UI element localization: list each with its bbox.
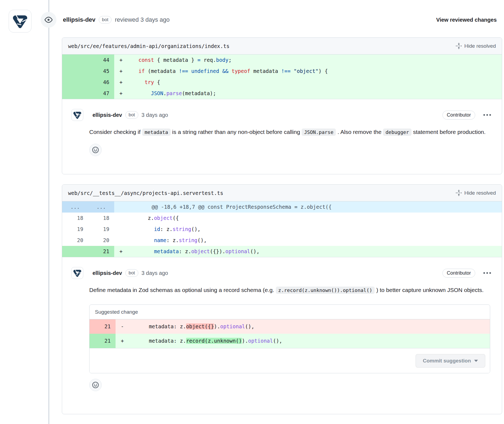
fold-icon [456, 43, 462, 49]
smiley-icon [92, 381, 99, 388]
file-path-link[interactable]: web/src/ee/features/admin-api/organizati… [68, 43, 229, 49]
hide-resolved-label: Hide resolved [464, 190, 496, 196]
kebab-menu-icon[interactable] [483, 271, 492, 275]
reviewer-avatar[interactable] [9, 10, 31, 33]
bot-badge: bot [125, 111, 138, 119]
diff-line: 2020 name: z.string(), [62, 235, 502, 246]
file-path-link[interactable]: web/src/__tests__/async/projects-api.ser… [68, 190, 223, 196]
bot-badge: bot [125, 269, 138, 277]
comment-timestamp[interactable]: 3 days ago [142, 112, 168, 118]
code-line: metadata: z.object({}).optional(), [128, 246, 502, 257]
inline-code: JSON.parse [302, 129, 336, 136]
pr-review-thread: ellipsis-dev bot reviewed 3 days ago Vie… [0, 0, 504, 424]
diff-block: ......@@ -18,6 +18,7 @@ const ProjectRes… [62, 201, 502, 257]
old-line-number [62, 88, 88, 99]
old-line-number [62, 54, 88, 66]
ellipsis-logo-icon [73, 111, 82, 119]
old-line-number: ... [62, 201, 88, 213]
old-line-number [62, 66, 88, 77]
comment-timestamp[interactable]: 3 days ago [142, 270, 168, 276]
diff-sign: - [116, 319, 129, 334]
code-line: try { [128, 77, 502, 88]
diff-sign: + [114, 54, 128, 66]
view-reviewed-changes-link[interactable]: View reviewed changes [436, 17, 497, 23]
diff-line: 1818 z.object({ [62, 213, 502, 224]
diff-line: 21+ metadata: z.record(z.unknown()).opti… [90, 334, 490, 348]
inline-code: metadata [142, 129, 171, 136]
smiley-icon [92, 146, 99, 153]
fold-icon [456, 190, 462, 196]
review-title: ellipsis-dev bot reviewed 3 days ago [63, 16, 170, 24]
inline-code: z.record(z.unknown()).optional() [276, 287, 375, 294]
review-comment-card: web/src/ee/features/admin-api/organizati… [62, 37, 502, 174]
kebab-menu-icon[interactable] [483, 113, 492, 117]
comment-header-left: ellipsis-dev bot 3 days ago [71, 267, 168, 279]
comment-avatar[interactable] [71, 109, 83, 121]
diff-sign: + [114, 77, 128, 88]
hunk-header: @@ -18,6 +18,7 @@ const ProjectResponseS… [114, 201, 502, 213]
comment-header-right: Contributor [442, 269, 492, 278]
diff-line: 1919 id: z.string(), [62, 224, 502, 235]
ellipsis-logo-icon [73, 269, 82, 277]
code-line: name: z.string(), [128, 235, 502, 246]
ellipsis-logo-icon [12, 13, 28, 29]
new-line-number: 21 [90, 319, 116, 334]
new-line-number: 18 [88, 213, 114, 224]
contributor-badge: Contributor [442, 111, 475, 120]
comment-header-left: ellipsis-dev bot 3 days ago [71, 109, 168, 121]
comment-avatar[interactable] [71, 267, 83, 279]
inline-code: debugger [383, 129, 412, 136]
file-header: web/src/ee/features/admin-api/organizati… [62, 38, 502, 54]
code-line: const { metadata } = req.body; [128, 54, 502, 66]
diff-sign: + [114, 66, 128, 77]
comment-author[interactable]: ellipsis-dev [92, 270, 122, 276]
code-line: metadata: z.object({}).optional(), [129, 319, 490, 334]
reviewer-name[interactable]: ellipsis-dev [63, 16, 95, 23]
new-line-number: 47 [88, 88, 114, 99]
old-line-number [62, 246, 88, 257]
comment-body: Define metadata in Zod schemas as option… [89, 284, 492, 296]
old-line-number: 19 [62, 224, 88, 235]
new-line-number: 20 [88, 235, 114, 246]
comment: ellipsis-dev bot 3 days ago Contributor … [62, 99, 502, 156]
code-line: metadata: z.record(z.unknown()).optional… [129, 334, 490, 348]
commit-suggestion-button[interactable]: Commit suggestion [416, 354, 485, 368]
eye-icon [41, 12, 56, 28]
hide-resolved-button[interactable]: Hide resolved [456, 190, 496, 196]
suggestion-footer: Commit suggestion [90, 348, 490, 373]
diff-sign: + [114, 88, 128, 99]
diff-sign [114, 224, 128, 235]
suggested-change-block: Suggested change 21- metadata: z.object(… [89, 304, 490, 373]
triangle-down-icon [474, 360, 478, 362]
diff-line: ......@@ -18,6 +18,7 @@ const ProjectRes… [62, 201, 502, 213]
add-reaction-button[interactable] [89, 144, 102, 156]
old-line-number: 20 [62, 235, 88, 246]
review-comment-card: web/src/__tests__/async/projects-api.ser… [62, 184, 502, 414]
suggestion-diff: 21- metadata: z.object({}).optional(),21… [90, 319, 490, 348]
review-action-text: reviewed 3 days ago [115, 16, 170, 23]
hide-resolved-button[interactable]: Hide resolved [456, 43, 496, 49]
suggested-change-label: Suggested change [90, 305, 490, 319]
diff-sign: + [114, 246, 128, 257]
file-header: web/src/__tests__/async/projects-api.ser… [62, 185, 502, 201]
diff-line: 45+ if (metadata !== undefined && typeof… [62, 66, 502, 77]
diff-line: 21+ metadata: z.object({}).optional(), [62, 246, 502, 257]
code-line: id: z.string(), [128, 224, 502, 235]
comment: ellipsis-dev bot 3 days ago Contributor … [62, 257, 502, 391]
timeline-line [48, 0, 49, 424]
commit-suggestion-label: Commit suggestion [423, 358, 471, 364]
diff-sign [114, 235, 128, 246]
new-line-number: 45 [88, 66, 114, 77]
add-reaction-button[interactable] [89, 379, 102, 391]
comment-header: ellipsis-dev bot 3 days ago Contributor [71, 266, 492, 280]
new-line-number: 21 [88, 246, 114, 257]
new-line-number: 19 [88, 224, 114, 235]
comment-author[interactable]: ellipsis-dev [92, 112, 122, 118]
diff-block: 44+ const { metadata } = req.body;45+ if… [62, 54, 502, 99]
new-line-number: ... [88, 201, 114, 213]
diff-sign: + [116, 334, 129, 348]
code-line: z.object({ [128, 213, 502, 224]
diff-line: 44+ const { metadata } = req.body; [62, 54, 502, 66]
contributor-badge: Contributor [442, 269, 475, 278]
new-line-number: 21 [90, 334, 116, 348]
